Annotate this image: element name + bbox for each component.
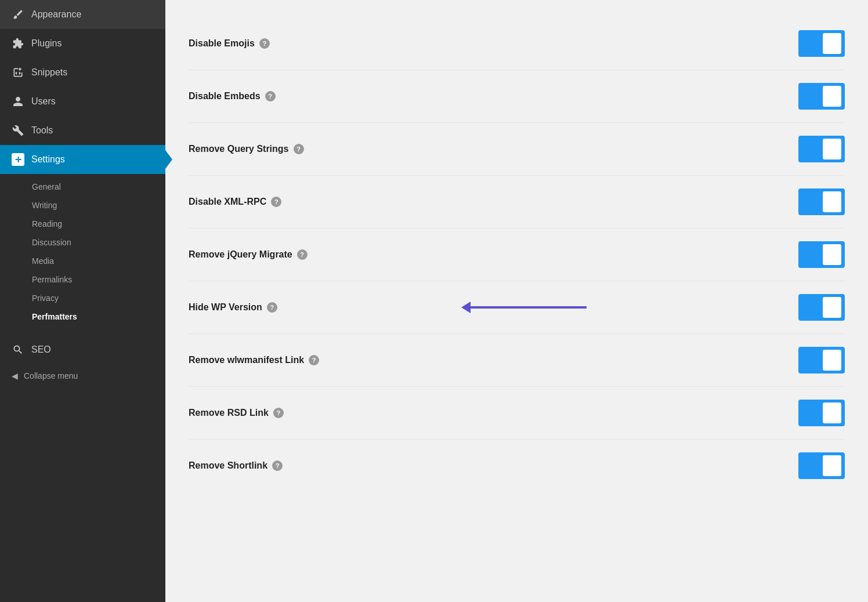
row-remove-rsd-link: Remove RSD Link ? [189,387,845,440]
sidebar-item-appearance-label: Appearance [31,9,81,20]
row-remove-jquery-migrate: Remove jQuery Migrate ? [189,229,845,281]
help-icon-disable-xmlrpc[interactable]: ? [271,197,281,207]
user-icon [12,95,24,108]
collapse-menu-button[interactable]: ◀ Collapse menu [0,364,165,387]
toggle-knob-remove-rsd-link [823,402,841,423]
snippet-icon [12,66,24,79]
row-hide-wp-version: Hide WP Version ? [189,281,845,334]
toggle-knob-remove-query-strings [823,139,841,159]
label-disable-emojis: Disable Emojis ? [189,38,798,49]
sidebar-item-users-label: Users [31,96,56,107]
collapse-label: Collapse menu [24,371,78,380]
help-icon-remove-rsd-link[interactable]: ? [273,408,284,418]
sidebar-item-appearance[interactable]: Appearance [0,0,165,29]
sidebar-item-users[interactable]: Users [0,87,165,116]
help-icon-remove-query-strings[interactable]: ? [294,144,304,154]
toggle-knob-remove-shortlink [823,455,841,476]
sub-item-discussion[interactable]: Discussion [0,233,165,252]
plugin-icon [12,37,24,50]
help-icon-remove-shortlink[interactable]: ? [272,460,283,471]
arrow-line [471,306,587,309]
arrow-head [461,302,471,313]
sub-item-permalinks[interactable]: Permalinks [0,270,165,289]
brush-icon [12,8,24,21]
toggle-remove-wlwmanifest[interactable] [798,347,845,373]
help-icon-remove-jquery-migrate[interactable]: ? [297,249,308,260]
tools-icon [12,124,24,137]
sidebar-item-plugins-label: Plugins [31,38,62,49]
sub-item-perfmatters[interactable]: Perfmatters [0,307,165,326]
sidebar-item-settings-label: Settings [31,154,65,165]
sidebar-item-plugins[interactable]: Plugins [0,29,165,58]
toggle-remove-jquery-migrate[interactable] [798,241,845,268]
row-disable-emojis: Disable Emojis ? [189,17,845,70]
collapse-icon: ◀ [12,371,18,380]
toggle-remove-rsd-link[interactable] [798,400,845,426]
label-remove-jquery-migrate: Remove jQuery Migrate ? [189,249,798,260]
label-remove-wlwmanifest: Remove wlwmanifest Link ? [189,355,798,365]
toggle-remove-query-strings[interactable] [798,136,845,162]
row-remove-query-strings: Remove Query Strings ? [189,123,845,176]
sidebar: Appearance Plugins Snippets Users Tools … [0,0,165,602]
sidebar-item-tools-label: Tools [31,125,53,136]
sub-item-writing[interactable]: Writing [0,196,165,215]
label-remove-shortlink: Remove Shortlink ? [189,460,798,471]
row-disable-xmlrpc: Disable XML-RPC ? [189,176,845,229]
help-icon-disable-embeds[interactable]: ? [265,91,276,101]
label-disable-embeds: Disable Embeds ? [189,91,798,101]
settings-icon: ✛ [12,153,24,166]
toggle-disable-xmlrpc[interactable] [798,188,845,215]
sub-item-media[interactable]: Media [0,252,165,270]
sub-item-general[interactable]: General [0,177,165,196]
toggle-knob-disable-emojis [823,33,841,54]
sidebar-item-seo-label: SEO [31,344,51,355]
sidebar-item-seo[interactable]: SEO [0,335,165,364]
row-disable-embeds: Disable Embeds ? [189,70,845,123]
toggle-knob-remove-jquery-migrate [823,244,841,265]
row-remove-shortlink: Remove Shortlink ? [189,440,845,492]
toggle-knob-disable-embeds [823,86,841,107]
sub-item-privacy[interactable]: Privacy [0,289,165,307]
sidebar-item-snippets-label: Snippets [31,67,67,78]
help-icon-hide-wp-version[interactable]: ? [267,302,277,313]
help-icon-remove-wlwmanifest[interactable]: ? [309,355,319,365]
sidebar-item-snippets[interactable]: Snippets [0,58,165,87]
sidebar-item-settings[interactable]: ✛ Settings [0,145,165,174]
toggle-remove-shortlink[interactable] [798,452,845,479]
settings-sub-menu: General Writing Reading Discussion Media… [0,174,165,329]
label-remove-rsd-link: Remove RSD Link ? [189,408,798,418]
main-content: Disable Emojis ? Disable Embeds ? Remove… [165,0,868,602]
toggle-knob-disable-xmlrpc [823,191,841,212]
toggle-knob-hide-wp-version [823,297,841,318]
seo-icon [12,343,24,356]
toggle-hide-wp-version[interactable] [798,294,845,321]
toggle-disable-embeds[interactable] [798,83,845,110]
help-icon-disable-emojis[interactable]: ? [259,38,270,49]
label-remove-query-strings: Remove Query Strings ? [189,144,798,154]
label-disable-xmlrpc: Disable XML-RPC ? [189,197,798,207]
toggle-knob-remove-wlwmanifest [823,350,841,371]
arrow-annotation [461,302,587,313]
sub-item-reading[interactable]: Reading [0,215,165,233]
row-remove-wlwmanifest: Remove wlwmanifest Link ? [189,334,845,387]
sidebar-item-tools[interactable]: Tools [0,116,165,145]
toggle-disable-emojis[interactable] [798,30,845,57]
